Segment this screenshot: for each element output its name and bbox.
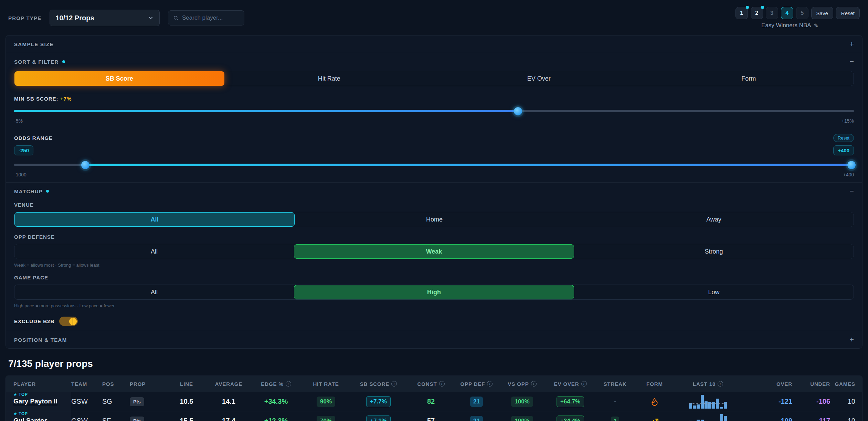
column-header-prop[interactable]: PROP xyxy=(130,381,166,387)
last10-bar xyxy=(701,395,704,409)
sb-score-cell: +7.7% xyxy=(350,396,407,407)
info-icon[interactable]: i xyxy=(391,381,397,387)
column-header-sb-score[interactable]: SB SCOREi xyxy=(350,381,407,387)
prop-badge: Pts xyxy=(130,397,144,406)
min-sb-thumb[interactable] xyxy=(514,107,522,115)
game-pace-note: High pace = more possessions · Low pace … xyxy=(14,303,854,308)
info-icon[interactable]: i xyxy=(531,381,537,387)
odds-range-slider[interactable] xyxy=(14,160,854,169)
odds-high-thumb[interactable] xyxy=(847,161,856,169)
form-cell xyxy=(636,417,674,421)
column-header-hit-rate[interactable]: HIT RATE xyxy=(302,381,350,387)
collapse-icon[interactable]: − xyxy=(849,187,854,195)
under-odds-cell[interactable]: -106 xyxy=(792,398,830,405)
opp-defense-strong[interactable]: Strong xyxy=(574,244,854,259)
column-header-streak[interactable]: STREAK xyxy=(594,381,636,387)
active-filter-dot xyxy=(62,60,65,63)
min-sb-slider[interactable] xyxy=(14,106,854,115)
ev-over-cell: +34.4% xyxy=(546,415,594,421)
column-header-form[interactable]: FORM xyxy=(636,381,674,387)
tab-sb-score[interactable]: SB Score xyxy=(14,71,224,86)
preset-button-2[interactable]: 2 xyxy=(751,7,763,19)
prop-type-label: PROP TYPE xyxy=(8,15,41,21)
column-header-opp-def[interactable]: OPP DEFi xyxy=(455,381,498,387)
tab-form[interactable]: Form xyxy=(644,71,854,86)
column-header-games[interactable]: GAMES xyxy=(830,381,862,387)
opp-defense-weak[interactable]: Weak xyxy=(294,244,574,259)
min-sb-score-label: MIN SB SCORE: +7% xyxy=(14,96,854,102)
column-header-player[interactable]: PLAYER xyxy=(6,381,71,387)
odds-reset-button[interactable]: Reset xyxy=(833,134,854,142)
player-search[interactable] xyxy=(168,10,244,25)
column-label: POS xyxy=(102,381,114,387)
game-pace-all[interactable]: All xyxy=(14,285,294,299)
column-label: SB SCORE xyxy=(360,381,390,387)
preset-button-5[interactable]: 5 xyxy=(796,7,808,19)
under-odds-cell[interactable]: -117 xyxy=(792,417,830,421)
last10-chart xyxy=(689,414,727,421)
last10-cell xyxy=(674,414,742,421)
last10-bar xyxy=(720,407,723,408)
table-row[interactable]: ★TOP Gary Payton II GSW SG Pts 10.5 14.1… xyxy=(6,392,862,411)
column-header-pos[interactable]: POS xyxy=(102,381,130,387)
column-header-under[interactable]: UNDER xyxy=(792,381,830,387)
expand-icon[interactable]: + xyxy=(849,40,854,48)
column-header-over[interactable]: OVER xyxy=(742,381,792,387)
venue-all[interactable]: All xyxy=(14,212,295,227)
edge-cell: +12.3% xyxy=(250,417,302,421)
column-header-last-10[interactable]: LAST 10i xyxy=(674,381,742,387)
column-header-const[interactable]: CONSTi xyxy=(407,381,455,387)
tab-hit-rate[interactable]: Hit Rate xyxy=(224,71,434,86)
team-cell: GSW xyxy=(71,398,102,405)
props-table-section: 7/135 player props PLAYERTEAMPOSPROPLINE… xyxy=(6,358,862,421)
opp-defense-all[interactable]: All xyxy=(14,244,294,259)
game-pace-low[interactable]: Low xyxy=(574,285,854,299)
tab-ev-over[interactable]: EV Over xyxy=(434,71,644,86)
column-header-vs-opp[interactable]: VS OPPi xyxy=(498,381,546,387)
hit-rate-badge: 90% xyxy=(317,397,335,407)
info-icon[interactable]: i xyxy=(718,381,723,387)
collapse-icon[interactable]: − xyxy=(849,58,854,65)
info-icon[interactable]: i xyxy=(439,381,445,387)
preset-button-3[interactable]: 3 xyxy=(766,7,778,19)
edge-cell: +34.3% xyxy=(250,398,302,405)
player-name-link[interactable]: Gary Payton II xyxy=(13,398,57,405)
column-label: LINE xyxy=(180,381,193,387)
expand-icon[interactable]: + xyxy=(849,336,854,343)
game-pace-high[interactable]: High xyxy=(294,285,574,299)
odds-low-thumb[interactable] xyxy=(81,161,89,169)
last10-bar xyxy=(697,404,700,408)
const-cell: 82 xyxy=(407,398,455,405)
column-header-average[interactable]: AVERAGE xyxy=(207,381,250,387)
column-header-line[interactable]: LINE xyxy=(166,381,207,387)
edit-pencil-icon[interactable]: ✎ xyxy=(814,22,818,29)
venue-away[interactable]: Away xyxy=(574,212,854,227)
over-odds-cell[interactable]: -109 xyxy=(742,417,792,421)
column-header-team[interactable]: TEAM xyxy=(71,381,102,387)
props-table: PLAYERTEAMPOSPROPLINEAVERAGEEDGE %iHIT R… xyxy=(6,376,862,421)
vs-opp-cell: 100% xyxy=(498,416,546,421)
search-input[interactable] xyxy=(182,14,239,21)
column-header-edge-[interactable]: EDGE %i xyxy=(250,381,302,387)
info-icon[interactable]: i xyxy=(581,381,587,387)
sample-size-title: SAMPLE SIZE xyxy=(14,41,54,47)
over-odds-cell[interactable]: -121 xyxy=(742,398,792,405)
player-name-link[interactable]: Gui Santos xyxy=(13,417,48,421)
table-row[interactable]: ★TOP Gui Santos GSW SF Pts 15.5 17.4 +12… xyxy=(6,411,862,421)
save-button[interactable]: Save xyxy=(811,7,833,19)
const-cell: 57 xyxy=(407,417,455,421)
column-header-ev-over[interactable]: EV OVERi xyxy=(546,381,594,387)
matchup-title: MATCHUP xyxy=(14,188,49,194)
preset-button-1[interactable]: 1 xyxy=(735,7,748,19)
info-icon[interactable]: i xyxy=(286,381,291,387)
exclude-b2b-toggle[interactable] xyxy=(59,317,78,326)
pos-cell: SG xyxy=(102,398,130,405)
preset-button-4[interactable]: 4 xyxy=(781,7,793,19)
prop-type-select[interactable]: 10/12 Props xyxy=(50,10,160,26)
ev-over-badge: +34.4% xyxy=(557,415,584,421)
reset-button[interactable]: Reset xyxy=(836,7,860,19)
opp-defense-label: OPP DEFENSE xyxy=(14,234,854,240)
line-cell: 15.5 xyxy=(166,417,207,421)
info-icon[interactable]: i xyxy=(487,381,493,387)
venue-home[interactable]: Home xyxy=(295,212,574,227)
